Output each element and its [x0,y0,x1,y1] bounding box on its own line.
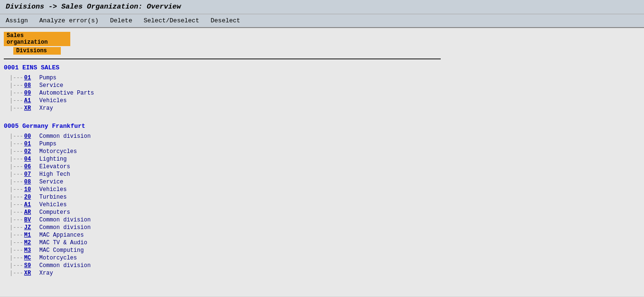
tree-line-icon: |--- [9,224,23,231]
title-text: Divisions -> Sales Organization: Overvie… [6,3,181,11]
item-code[interactable]: MC [24,255,38,261]
item-label: Service [39,82,63,89]
list-item: |---10Vehicles [4,186,640,193]
item-label: Pumps [39,75,57,81]
tree-line-icon: |--- [9,217,23,223]
tree-line-icon: |--- [9,163,23,170]
tree-line-icon: |--- [9,194,23,201]
divisions-tab[interactable]: Divisions [13,47,61,55]
item-label: Pumps [39,141,57,147]
item-code[interactable]: 06 [24,163,38,170]
tree-line-icon: |--- [9,262,23,269]
item-label: Motorcycles [39,255,77,261]
main-content: Sales organization Divisions 0001 EINS S… [0,28,644,297]
list-item: |---A1Vehicles [4,97,640,105]
tree-line-icon: |--- [9,270,23,277]
item-code[interactable]: 07 [24,171,38,178]
delete-button[interactable]: Delete [108,16,134,25]
item-code[interactable]: XR [24,105,38,112]
item-code[interactable]: 04 [24,156,38,163]
item-code[interactable]: 01 [24,141,38,147]
section-header-0001: 0001 EINS SALES [4,63,640,72]
list-item: |---JZCommon division [4,224,640,231]
tree-line-icon: |--- [9,240,23,246]
list-item: |---00Common division [4,133,640,140]
item-code[interactable]: M2 [24,240,38,246]
list-item: |---01Pumps [4,74,640,82]
item-code[interactable]: S9 [24,262,38,269]
tree-line-icon: |--- [9,186,23,193]
select-deselect-button[interactable]: Select/Deselect [142,16,201,25]
item-label: High Tech [39,171,70,178]
list-item: |---XRXray [4,269,640,277]
tree-line-icon: |--- [9,90,23,96]
item-label: Service [39,179,63,185]
item-code[interactable]: AR [24,209,38,216]
section-0005: 0005 Germany Frankfurt|---00Common divis… [0,122,644,277]
item-code[interactable]: A1 [24,97,38,104]
tree-line-icon: |--- [9,105,23,112]
list-item: |---M2MAC TV & Audio [4,239,640,247]
list-item: |---20Turbines [4,193,640,201]
item-code[interactable]: XR [24,270,38,277]
list-item: |---ARComputers [4,209,640,216]
list-item: |---A1Vehicles [4,201,640,209]
list-item: |---BVCommon division [4,216,640,224]
item-label: Elevators [39,163,70,170]
separator [4,58,441,59]
item-label: MAC TV & Audio [39,240,87,246]
tree-line-icon: |--- [9,97,23,104]
list-item: |---08Service [4,178,640,186]
assign-button[interactable]: Assign [4,16,30,25]
item-code[interactable]: JZ [24,224,38,231]
item-code[interactable]: M1 [24,232,38,239]
item-code[interactable]: 10 [24,186,38,193]
section-0001: 0001 EINS SALES|---01Pumps|---08Service|… [0,63,644,112]
tree-line-icon: |--- [9,179,23,185]
list-item: |---04Lighting [4,155,640,163]
item-code[interactable]: 20 [24,194,38,201]
item-code[interactable]: BV [24,217,38,223]
item-label: Motorcycles [39,148,77,155]
item-label: Xray [39,270,53,277]
toolbar: AssignAnalyze error(s)DeleteSelect/Desel… [0,14,644,28]
deselect-button[interactable]: Deselect [208,16,242,25]
item-label: Xray [39,105,53,112]
sales-org-tab[interactable]: Sales organization [4,32,70,46]
tree-line-icon: |--- [9,232,23,239]
item-label: MAC Appiances [39,232,84,239]
item-label: Turbines [39,194,67,201]
analyze-errors-button[interactable]: Analyze error(s) [38,16,101,25]
item-label: Common division [39,217,91,223]
tree-line-icon: |--- [9,133,23,140]
item-label: Vehicles [39,186,67,193]
list-item: |---MCMotorcycles [4,254,640,262]
sections-container: 0001 EINS SALES|---01Pumps|---08Service|… [0,63,644,277]
item-code[interactable]: M3 [24,247,38,254]
item-code[interactable]: A1 [24,201,38,208]
item-code[interactable]: 08 [24,179,38,185]
tree-line-icon: |--- [9,75,23,81]
tree-line-icon: |--- [9,247,23,254]
item-label: Common division [39,224,91,231]
list-item: |---M1MAC Appiances [4,231,640,239]
item-code[interactable]: 09 [24,90,38,96]
section-header-0005: 0005 Germany Frankfurt [4,122,640,131]
list-item: |---M3MAC Computing [4,247,640,254]
item-code[interactable]: 01 [24,75,38,81]
list-item: |---S9Common division [4,262,640,269]
tree-line-icon: |--- [9,201,23,208]
list-item: |---02Motorcycles [4,148,640,155]
header-tabs: Sales organization Divisions [0,30,644,57]
item-label: Vehicles [39,97,67,104]
item-label: Computers [39,209,70,216]
list-item: |---07High Tech [4,171,640,178]
item-code[interactable]: 08 [24,82,38,89]
list-item: |---09Automotive Parts [4,89,640,97]
tree-line-icon: |--- [9,82,23,89]
item-code[interactable]: 02 [24,148,38,155]
list-item: |---06Elevators [4,163,640,171]
tree-line-icon: |--- [9,255,23,261]
item-code[interactable]: 00 [24,133,38,140]
item-label: Common division [39,262,91,269]
